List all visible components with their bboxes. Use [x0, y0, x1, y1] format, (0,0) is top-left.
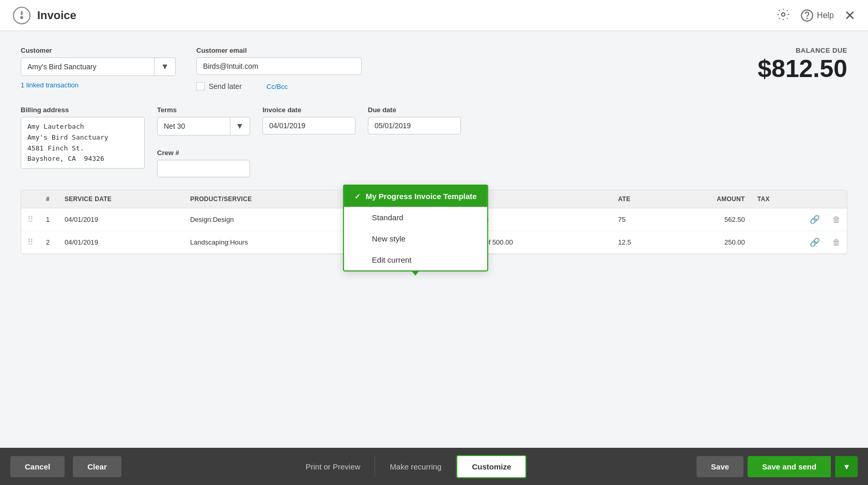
check-icon: ✓: [354, 192, 361, 201]
terms-label: Terms: [157, 106, 250, 114]
customer-email-field-group: Customer email Send later Cc/Bcc: [196, 47, 362, 90]
customer-dropdown-arrow[interactable]: ▼: [154, 58, 175, 75]
svg-point-4: [807, 18, 808, 18]
dropdown-item-my-progress[interactable]: ✓ My Progress Invoice Template: [344, 186, 487, 207]
svg-point-1: [20, 16, 23, 19]
row-service-date: 04/01/2019: [58, 208, 184, 231]
footer: Cancel Clear Print or Preview Make recur…: [0, 448, 868, 485]
cc-bcc-button[interactable]: Cc/Bcc: [267, 83, 288, 90]
clear-button[interactable]: Clear: [73, 456, 121, 477]
billing-address-label: Billing address: [21, 106, 145, 114]
table-section: ✓ My Progress Invoice Template Standard …: [21, 190, 847, 254]
due-date-input[interactable]: [368, 117, 461, 134]
dropdown-item-edit-current[interactable]: Edit current: [344, 249, 487, 270]
col-service-date: SERVICE DATE: [58, 190, 184, 208]
save-button[interactable]: Save: [696, 456, 743, 477]
row-product: Design:Design: [184, 208, 340, 231]
terms-dropdown-arrow[interactable]: ▼: [230, 117, 249, 135]
invoice-date-field-group: Invoice date: [262, 106, 355, 134]
main-content: Customer ▼ 1 linked transaction Customer…: [0, 31, 868, 448]
invoice-date-label: Invoice date: [262, 106, 355, 114]
crew-input[interactable]: [157, 160, 250, 177]
customer-input[interactable]: [21, 58, 154, 75]
billing-address-field-group: Billing address Amy Lauterbach Amy's Bir…: [21, 106, 145, 169]
save-and-send-button[interactable]: Save and send: [748, 456, 831, 477]
dropdown-item-label: My Progress Invoice Template: [366, 192, 477, 201]
col-num: #: [40, 190, 58, 208]
customize-dropdown: ✓ My Progress Invoice Template Standard …: [343, 185, 488, 271]
col-product: PRODUCT/SERVICE: [184, 190, 340, 208]
balance-due-label: BALANCE DUE: [757, 47, 847, 54]
delete-icon[interactable]: 🗑: [832, 215, 841, 224]
terms-dropdown[interactable]: Net 30: [158, 118, 230, 134]
row-tax: [751, 208, 803, 231]
page-title: Invoice: [37, 9, 777, 22]
drag-handle[interactable]: ⠿: [27, 238, 34, 247]
due-date-label: Due date: [368, 106, 461, 114]
customer-email-input[interactable]: [196, 57, 362, 75]
row-rate: 75: [612, 208, 665, 231]
delete-icon[interactable]: 🗑: [832, 238, 841, 247]
header-actions: Help ✕: [777, 8, 856, 23]
dropdown-item-label: Edit current: [372, 255, 412, 264]
dropdown-item-label: Standard: [372, 213, 404, 222]
linked-transaction[interactable]: 1 linked transaction: [21, 81, 176, 89]
make-recurring-button[interactable]: Make recurring: [375, 456, 456, 477]
customize-button[interactable]: Customize: [456, 455, 526, 478]
row-tax: [751, 231, 803, 254]
cancel-button[interactable]: Cancel: [10, 456, 65, 477]
dropdown-tail: [411, 270, 420, 276]
due-date-field-group: Due date: [368, 106, 461, 134]
row-num: 1: [40, 208, 58, 231]
save-and-send-dropdown-arrow[interactable]: ▼: [835, 456, 858, 477]
row-num: 2: [40, 231, 58, 254]
header-logo: [12, 6, 31, 25]
balance-due: BALANCE DUE $812.50: [757, 47, 847, 83]
terms-select[interactable]: Net 30 ▼: [157, 117, 250, 135]
terms-field-group: Terms Net 30 ▼ Crew #: [157, 106, 250, 177]
help-icon[interactable]: Help: [800, 9, 834, 22]
col-amount: AMOUNT: [665, 190, 751, 208]
crew-label: Crew #: [157, 149, 250, 157]
help-label: Help: [817, 11, 834, 20]
customer-field-group: Customer ▼ 1 linked transaction: [21, 47, 176, 89]
dropdown-item-standard[interactable]: Standard: [344, 207, 487, 228]
customer-select[interactable]: ▼: [21, 57, 176, 76]
drag-handle[interactable]: ⠿: [27, 215, 34, 224]
link-icon[interactable]: 🔗: [810, 215, 820, 224]
settings-icon[interactable]: [777, 8, 790, 23]
row-service-date: 04/01/2019: [58, 231, 184, 254]
balance-due-amount: $812.50: [757, 54, 847, 83]
invoice-date-input[interactable]: [262, 117, 355, 134]
crew-field-group: Crew #: [157, 149, 250, 177]
dropdown-item-label: New style: [372, 234, 406, 243]
header: Invoice Help ✕: [0, 0, 868, 31]
dropdown-item-new-style[interactable]: New style: [344, 228, 487, 249]
row-rate: 12.5: [612, 231, 665, 254]
send-later-row: Send later Cc/Bcc: [196, 82, 362, 90]
svg-point-2: [782, 12, 785, 16]
send-later-checkbox[interactable]: [196, 82, 205, 90]
footer-center: Print or Preview Make recurring Customiz…: [121, 455, 696, 478]
send-later-label: Send later: [209, 82, 242, 90]
customer-email-label: Customer email: [196, 47, 362, 54]
col-rate: ATE: [612, 190, 665, 208]
row-amount: 250.00: [665, 231, 751, 254]
billing-address-input[interactable]: Amy Lauterbach Amy's Bird Sanctuary 4581…: [21, 117, 145, 169]
footer-right: Save Save and send ▼: [696, 456, 858, 477]
link-icon[interactable]: 🔗: [810, 238, 820, 247]
row-amount: 562.50: [665, 208, 751, 231]
print-preview-button[interactable]: Print or Preview: [291, 456, 376, 477]
customer-label: Customer: [21, 47, 176, 54]
close-button[interactable]: ✕: [844, 9, 856, 22]
col-tax: TAX: [751, 190, 803, 208]
row-product: Landscaping:Hours: [184, 231, 340, 254]
